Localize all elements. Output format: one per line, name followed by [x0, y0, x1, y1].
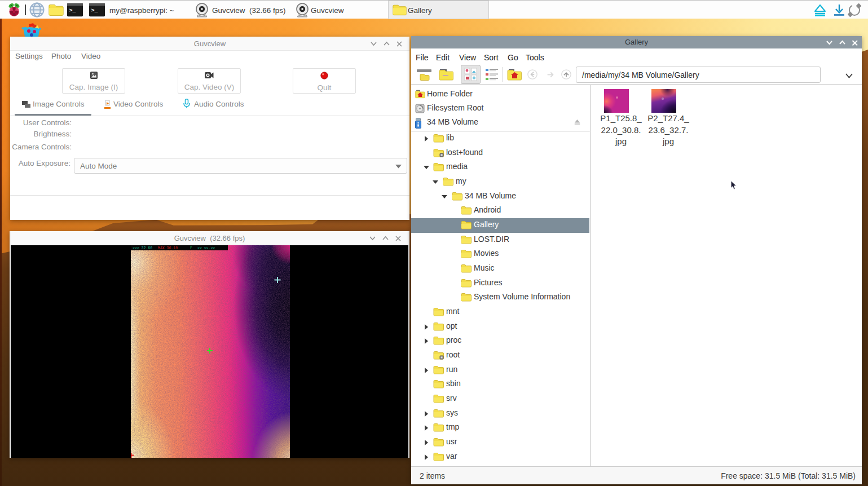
svg-text:F: F [190, 246, 192, 250]
svg-text:>> <<.>>: >> <<.>> [197, 246, 215, 250]
svg-text:MAX 36.10: MAX 36.10 [158, 246, 178, 250]
svg-text:>_: >_ [69, 7, 76, 14]
svg-text:>_: >_ [91, 7, 98, 14]
svg-text:>>> 32.60: >>> 32.60 [133, 246, 152, 250]
